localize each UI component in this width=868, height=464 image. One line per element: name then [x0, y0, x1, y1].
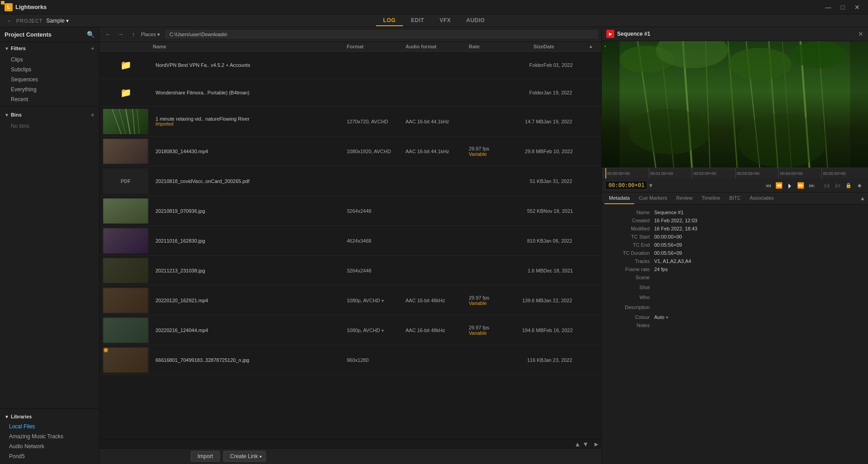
step-forward-button[interactable]: ⏩: [796, 180, 806, 190]
sidebar-item-subclips[interactable]: Subclips: [0, 65, 99, 75]
project-name-dropdown[interactable]: Sample ▾: [46, 18, 69, 24]
tab-edit[interactable]: EDIT: [404, 15, 431, 26]
file-format-7: 4624x3468: [347, 238, 406, 244]
meta-tc-start-value[interactable]: 00:00:00+00: [654, 234, 861, 239]
col-rate[interactable]: Rate: [469, 44, 509, 49]
minimize-button[interactable]: —: [822, 1, 835, 14]
col-format[interactable]: Format: [347, 44, 406, 49]
file-audio-10: AAC 16-bit 48kHz: [406, 328, 469, 333]
file-date-5: Jan 31, 2022: [543, 178, 589, 184]
table-row[interactable]: 📁 Wondershare Filmora.. Portable) (B4tma…: [99, 79, 601, 107]
tab-metadata[interactable]: Metadata: [604, 192, 634, 204]
ruler-mark-1: 00:01:00+00: [649, 168, 692, 178]
sidebar-item-clips[interactable]: Clips: [0, 55, 99, 65]
search-icon[interactable]: 🔍: [87, 31, 94, 38]
metadata-collapse-btn[interactable]: ▲: [860, 192, 865, 204]
table-row[interactable]: 20180830_144430.mp4 1080x1920, AVCHD AAC…: [99, 136, 601, 166]
col-size[interactable]: Size: [509, 44, 543, 49]
go-to-start-button[interactable]: ⏮: [763, 180, 773, 190]
bins-add-icon[interactable]: +: [91, 111, 94, 118]
meta-who-value[interactable]: [654, 295, 861, 302]
meta-notes-value[interactable]: [654, 323, 861, 330]
tc-dropdown-arrow[interactable]: ▾: [649, 182, 652, 189]
lib-item-amazing-music[interactable]: Amazing Music Tracks: [0, 431, 99, 441]
play-button[interactable]: ⏵: [785, 180, 795, 190]
table-row[interactable]: 20211016_162830.jpg 4624x3468 810 KB Jan…: [99, 226, 601, 256]
meta-who-row: Who: [602, 293, 868, 303]
table-row[interactable]: 20220216_124044.mp4 1080p, AVCHD ▾ AAC 1…: [99, 315, 601, 345]
maximize-button[interactable]: □: [836, 1, 849, 14]
create-link-button[interactable]: Create Link ▾: [223, 451, 266, 462]
mark-in-button[interactable]: ▷|: [822, 180, 832, 190]
extra-btn-1[interactable]: ◆: [854, 180, 864, 190]
meta-created-value: 16 Feb 2022, 12:03: [654, 218, 861, 223]
scroll-up-icon[interactable]: ▲: [574, 441, 580, 448]
scroll-down-icon[interactable]: ▼: [582, 441, 589, 448]
nav-up-button[interactable]: ↑: [128, 29, 138, 39]
file-date-4: Feb 10, 2022: [543, 149, 589, 154]
scroll-right-icon[interactable]: ►: [593, 441, 599, 448]
nav-back-button[interactable]: ←: [103, 29, 113, 39]
bins-section-header[interactable]: ▼ Bins +: [0, 108, 99, 121]
path-input[interactable]: [165, 30, 598, 38]
table-row[interactable]: PDF 20210818_covidVacc..onCard_200265.pd…: [99, 166, 601, 196]
meta-tc-duration-label: TC Duration: [609, 250, 654, 256]
libraries-header[interactable]: ▼ Libraries: [0, 412, 99, 422]
col-thumb: [103, 44, 153, 49]
file-size-7: 810 KB: [509, 238, 543, 244]
filters-section-header[interactable]: ▼ Filters +: [0, 42, 99, 55]
tab-vfx[interactable]: VFX: [432, 15, 458, 26]
tab-review[interactable]: Review: [672, 192, 697, 204]
table-row[interactable]: 20220120_162921.mp4 1080p, AVCHD ▾ AAC 1…: [99, 286, 601, 315]
main-layout: Project Contents 🔍 ▼ Filters + Clips Sub…: [0, 27, 868, 464]
sequence-close-button[interactable]: ✕: [858, 30, 863, 37]
file-date-8: Dec 18, 2021: [543, 268, 589, 273]
bottom-action-bar: Import Create Link ▾: [99, 448, 601, 464]
col-name[interactable]: Name: [153, 44, 347, 49]
tab-log[interactable]: LOG: [376, 15, 403, 26]
tab-audio[interactable]: AUDIO: [459, 15, 492, 26]
col-audio[interactable]: Audio format: [406, 44, 469, 49]
meta-colour-value[interactable]: Auto ▾: [654, 314, 861, 320]
lib-item-pond5[interactable]: Pond5: [0, 451, 99, 461]
svg-line-2: [126, 109, 130, 134]
preview-area[interactable]: •: [602, 41, 868, 168]
nav-forward-button[interactable]: →: [116, 29, 126, 39]
file-format-10: 1080p, AVCHD ▾: [347, 328, 406, 333]
lib-item-local-files[interactable]: Local Files: [0, 422, 99, 431]
tab-timeline[interactable]: Timeline: [697, 192, 725, 204]
sidebar-item-recent[interactable]: Recent: [0, 94, 99, 104]
tab-associates[interactable]: Associates: [745, 192, 778, 204]
filters-add-icon[interactable]: +: [91, 45, 94, 52]
folder-icon: 📁: [120, 60, 132, 70]
table-row[interactable]: 66616801_70499183..32878725120_n.jpg 960…: [99, 345, 601, 375]
file-audio-9: AAC 16-bit 48kHz: [406, 298, 469, 303]
sidebar-item-sequences[interactable]: Sequences: [0, 75, 99, 84]
meta-shot-value[interactable]: [654, 285, 861, 292]
lock-button[interactable]: 🔒: [844, 180, 854, 190]
right-panel: ▶ Sequence #1 ✕: [601, 27, 868, 464]
import-button[interactable]: Import: [191, 451, 220, 462]
go-to-end-button[interactable]: ⏭: [807, 180, 816, 190]
table-row[interactable]: 📁 NordVPN Best VPN Fa.. v4.5.2 + Account…: [99, 52, 601, 79]
places-dropdown[interactable]: Places ▾: [141, 32, 160, 37]
meta-scene-row: Scene: [602, 273, 868, 283]
table-row[interactable]: 20211213_231038.jpg 3264x2448 1.6 MB Dec…: [99, 256, 601, 286]
svg-rect-23: [602, 41, 620, 168]
close-button[interactable]: ✕: [851, 1, 863, 14]
col-date[interactable]: Date: [543, 44, 589, 49]
sidebar-item-everything[interactable]: Everything: [0, 84, 99, 94]
table-row[interactable]: 1 minute relaxing vid.. natureFlowing Ri…: [99, 107, 601, 136]
meta-description-value[interactable]: [654, 305, 861, 312]
mark-out-button[interactable]: |◁: [833, 180, 843, 190]
timecode-display[interactable]: 00:00:00+01: [605, 181, 647, 190]
table-row[interactable]: 20210819_070936.jpg 3264x2448 552 KB Nov…: [99, 196, 601, 226]
meta-name-value[interactable]: Sequence #1: [654, 210, 861, 215]
tab-bitc[interactable]: BITC: [725, 192, 745, 204]
lib-item-audio-network[interactable]: Audio Network: [0, 441, 99, 451]
file-size-2: Folder: [509, 90, 543, 95]
tab-cue-markers[interactable]: Cue Markers: [634, 192, 672, 204]
step-back-button[interactable]: ⏪: [774, 180, 784, 190]
back-button[interactable]: ←: [5, 16, 14, 26]
meta-scene-value[interactable]: [654, 275, 861, 282]
